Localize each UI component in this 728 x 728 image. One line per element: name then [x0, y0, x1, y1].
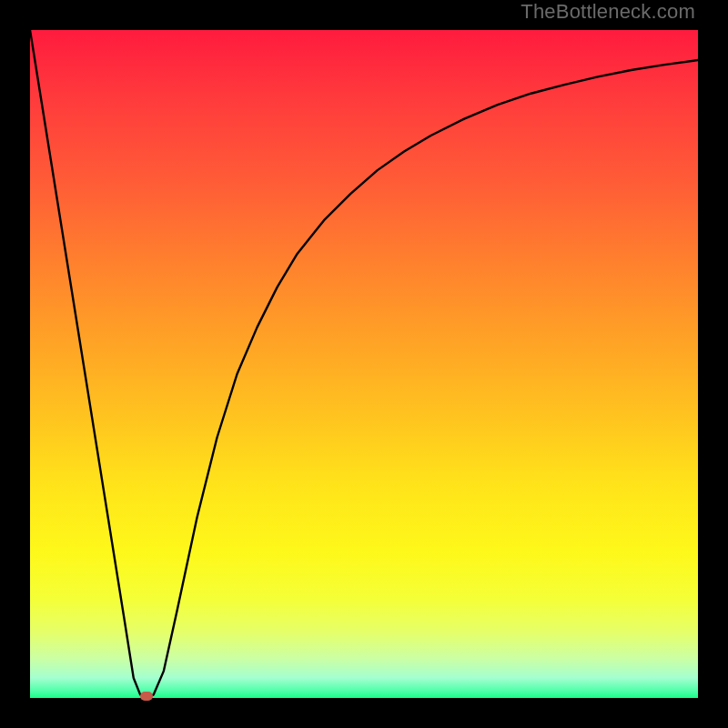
chart-frame: TheBottleneck.com	[0, 0, 728, 728]
bottleneck-curve	[30, 30, 698, 698]
minimum-marker	[140, 692, 153, 701]
watermark-text: TheBottleneck.com	[521, 0, 695, 24]
curve-svg	[30, 30, 698, 698]
plot-area	[30, 30, 698, 698]
frame-border-right	[698, 0, 728, 728]
frame-border-left	[0, 0, 30, 728]
frame-border-bottom	[0, 698, 728, 728]
